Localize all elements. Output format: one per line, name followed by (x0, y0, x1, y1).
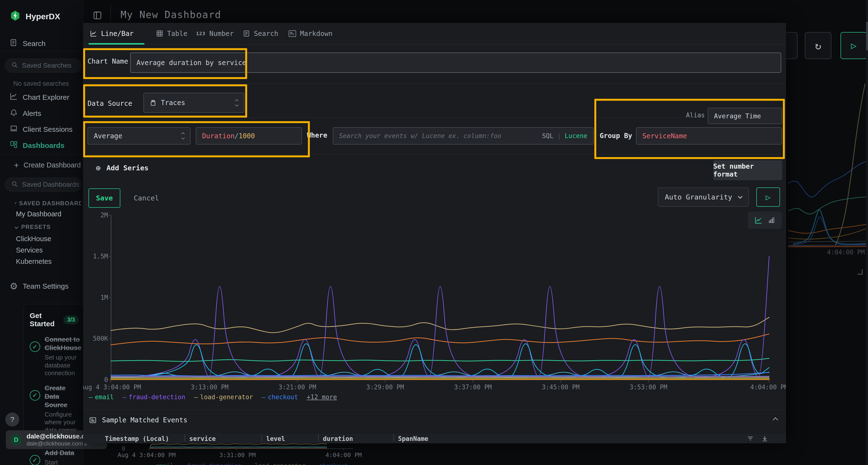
set-number-format-button[interactable]: Set number format (713, 160, 782, 180)
y-axis-label: 0 (84, 376, 108, 383)
sidebar-item-alerts[interactable]: Alerts (10, 108, 41, 118)
alias-input[interactable]: Average Time (708, 108, 782, 124)
granularity-select[interactable]: Auto Granularity (658, 188, 749, 207)
x-axis-label: Aug 4 3:04:00 PM (83, 384, 141, 391)
collapse-chevron-icon[interactable] (773, 417, 778, 423)
plus-icon: + (14, 161, 19, 170)
y-axis-label: 1.5M (84, 253, 108, 260)
sidebar-item-client-sessions[interactable]: Client Sessions (10, 124, 72, 134)
column-separator[interactable] (393, 435, 394, 441)
legend-item[interactable]: —email (89, 393, 114, 401)
tab-search[interactable]: Search (243, 23, 278, 44)
brand-name: HyperDX (26, 12, 60, 21)
background-chart-bottom (135, 441, 362, 465)
saved-searches-input[interactable]: Saved Searches (5, 59, 82, 72)
section-presets[interactable]: PRESETS (15, 224, 51, 230)
saved-dashboards-input[interactable]: Saved Dashboards (5, 177, 82, 192)
sample-events-header[interactable]: Sample Matched Events (83, 416, 786, 424)
data-source-label: Data Source (88, 100, 132, 107)
sidebar-item-team-settings[interactable]: ⚙ Team Settings (10, 281, 68, 292)
list-icon (89, 416, 97, 424)
check-circle-icon: ✓ (30, 390, 40, 401)
aggregation-fn-select[interactable]: Average (88, 127, 190, 144)
query-language-toggle[interactable]: SQL | Lucene (542, 132, 587, 139)
sidebar-item-dashboards[interactable]: Dashboards (10, 140, 64, 150)
modal-divider (83, 409, 786, 410)
save-button[interactable]: Save (89, 189, 120, 208)
sidebar-toggle-button[interactable] (93, 11, 102, 21)
get-started-item[interactable]: ✓ Connect to ClickHouse Set up your data… (30, 335, 79, 377)
sidebar-item-clickhouse[interactable]: ClickHouse (16, 235, 51, 243)
page-title: My New Dashboard (121, 9, 221, 20)
scrollbar-thumb[interactable] (866, 22, 868, 51)
chart-name-input[interactable]: Average duration by service (130, 53, 781, 73)
header-divider (111, 4, 111, 22)
data-source-value: Traces (161, 99, 185, 107)
laptop-icon (10, 124, 18, 134)
set-number-format-label: Set number format (713, 162, 782, 178)
data-source-select[interactable]: Traces (144, 93, 244, 113)
download-icon[interactable] (761, 435, 768, 443)
table-icon (156, 30, 163, 37)
filter-icon[interactable] (747, 435, 754, 443)
create-dashboard-button[interactable]: + Create Dashboard (14, 161, 81, 170)
run-query-button[interactable]: ▷ (840, 32, 867, 59)
resize-handle[interactable] (858, 269, 863, 275)
column-header-service[interactable]: service (189, 435, 216, 442)
sidebar-item-kubernetes[interactable]: Kubernetes (16, 258, 52, 266)
add-series-button[interactable]: ⊕ Add Series (96, 163, 149, 173)
chart-line-icon (10, 92, 18, 102)
sql-toggle[interactable]: SQL (542, 132, 553, 139)
tab-table[interactable]: Table (156, 23, 187, 44)
expr-field: Duration (202, 132, 235, 140)
aggregation-field-input[interactable]: Duration/1000 (196, 127, 302, 144)
alias-value: Average Time (714, 112, 761, 120)
column-header-timestamp[interactable]: Timestamp (Local) (105, 435, 169, 442)
sidebar-item-chart-explorer[interactable]: Chart Explorer (10, 92, 69, 102)
number-123-icon: 123 (196, 31, 206, 36)
refresh-button[interactable]: ↻ (805, 32, 831, 59)
background-chart-right (788, 79, 868, 248)
sidebar-item-services[interactable]: Services (16, 246, 43, 254)
column-header-spanname[interactable]: SpanName (398, 435, 428, 442)
tab-markdown[interactable]: M↓ Markdown (289, 23, 333, 44)
group-by-input[interactable]: ServiceName (636, 127, 782, 144)
column-separator[interactable] (318, 435, 319, 441)
lucene-toggle[interactable]: Lucene (565, 132, 587, 139)
no-saved-searches-text: No saved searches (13, 80, 69, 88)
where-search-input[interactable]: Search your events w/ Lucene ex. column:… (333, 127, 594, 144)
column-separator[interactable] (261, 435, 262, 441)
column-separator[interactable] (184, 435, 185, 441)
cancel-button[interactable]: Cancel (129, 189, 163, 208)
sidebar-item-label: Client Sessions (23, 125, 72, 133)
column-header-level[interactable]: level (266, 435, 285, 442)
scrollbar[interactable] (866, 0, 868, 465)
chevron-down-icon (15, 225, 18, 229)
sidebar-item-search[interactable]: Search (10, 38, 45, 48)
x-axis-label: 3:29:00 PM (366, 384, 404, 391)
legend-item[interactable]: —fraud-detection (123, 393, 185, 401)
play-icon: ▷ (851, 40, 857, 51)
tab-label: Table (167, 30, 187, 38)
tab-label: Search (254, 30, 278, 38)
chart-legend: —email —fraud-detection —load-generator … (89, 393, 337, 401)
chart-name-label: Chart Name (88, 57, 128, 65)
brand-logo[interactable]: HyperDX (10, 10, 60, 23)
help-button[interactable]: ? (5, 412, 19, 427)
section-label: PRESETS (21, 224, 51, 230)
expr-operator: / (235, 132, 239, 140)
bell-icon (10, 108, 18, 118)
legend-more-link[interactable]: +12 more (307, 393, 337, 401)
hyperdx-logo-icon (10, 10, 21, 23)
main-chart[interactable]: Aug 4 3:04:00 PM3:13:00 PM3:21:00 PM3:29… (111, 211, 769, 380)
search-doc-icon (10, 38, 18, 48)
legend-item[interactable]: —load-generator (194, 393, 253, 401)
tab-number[interactable]: 123 Number (196, 23, 234, 44)
get-started-item[interactable]: ✓ Add Data Start sending logs, metrics, … (30, 449, 79, 465)
sidebar-item-my-dashboard[interactable]: My Dashboard (16, 210, 61, 218)
column-header-duration[interactable]: duration (323, 435, 353, 442)
chart-run-button[interactable]: ▷ (756, 188, 780, 207)
legend-item[interactable]: —checkout (261, 393, 298, 401)
tab-line-bar[interactable]: Line/Bar (90, 23, 133, 44)
section-saved-dashboards[interactable]: SAVED DASHBOARDS (15, 200, 81, 207)
